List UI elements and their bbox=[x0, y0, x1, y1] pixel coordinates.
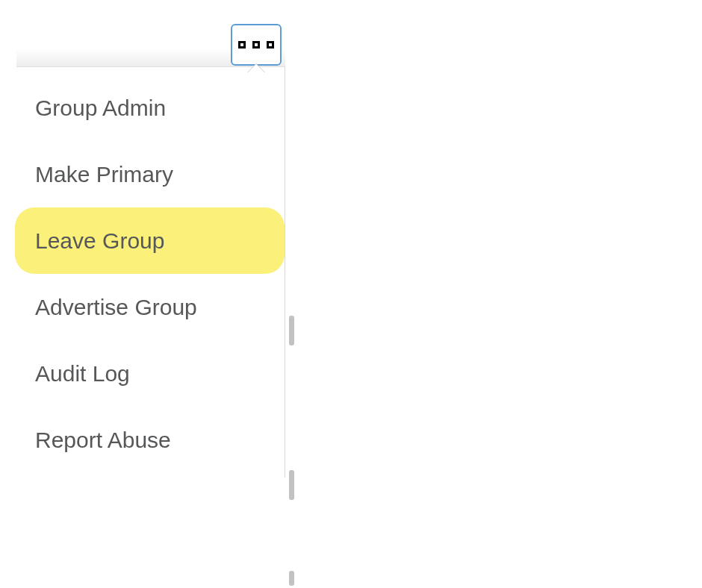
menu-item-make-primary[interactable]: Make Primary bbox=[16, 141, 285, 207]
scrollbar-thumb[interactable] bbox=[289, 571, 294, 586]
menu-item-group-admin[interactable]: Group Admin bbox=[16, 75, 285, 141]
menu-item-report-abuse[interactable]: Report Abuse bbox=[16, 407, 285, 473]
more-icon bbox=[252, 41, 260, 49]
menu-header bbox=[16, 22, 285, 67]
menu-body: Group Admin Make Primary Leave Group Adv… bbox=[16, 67, 285, 478]
dropdown-menu: Group Admin Make Primary Leave Group Adv… bbox=[16, 22, 285, 478]
menu-item-leave-group[interactable]: Leave Group bbox=[15, 207, 285, 274]
more-icon bbox=[267, 41, 274, 49]
more-icon bbox=[238, 41, 246, 49]
more-options-button[interactable] bbox=[231, 24, 282, 66]
menu-notch bbox=[247, 64, 265, 73]
menu-item-advertise-group[interactable]: Advertise Group bbox=[16, 274, 285, 340]
scrollbar-thumb[interactable] bbox=[289, 316, 294, 345]
scrollbar-thumb[interactable] bbox=[289, 470, 294, 500]
menu-item-audit-log[interactable]: Audit Log bbox=[16, 340, 285, 407]
